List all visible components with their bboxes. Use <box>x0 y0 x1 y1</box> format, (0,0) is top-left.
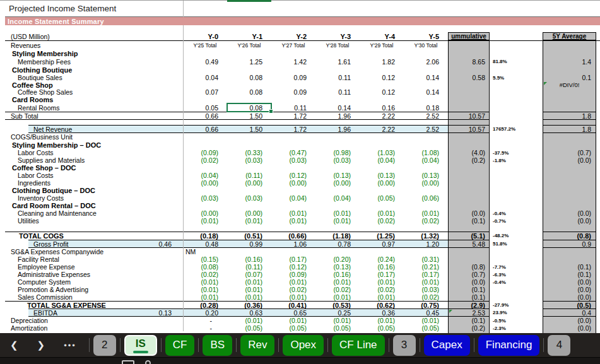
cell-y1[interactable]: (0.36) <box>227 301 271 308</box>
cell-5y-average[interactable]: (0.0) <box>543 156 596 164</box>
cell-y1[interactable] <box>227 49 271 57</box>
cell-pre[interactable] <box>151 41 183 49</box>
cell-y5[interactable]: (0.06) <box>404 194 448 202</box>
row-label[interactable]: Sub Total <box>5 112 151 120</box>
cell-y0[interactable]: (0.03) <box>183 194 227 202</box>
row-label[interactable]: Supplies and Materials <box>5 156 151 164</box>
cell-y4[interactable] <box>360 202 404 209</box>
cell-y5[interactable]: (0.00) <box>404 179 448 187</box>
cell-pre[interactable] <box>151 49 183 57</box>
cell-cumulative[interactable]: (0.0) <box>448 209 490 217</box>
cell-cumulative[interactable] <box>448 66 490 74</box>
row-label[interactable]: Styling Membership – DOC <box>5 141 151 149</box>
cell-y3[interactable]: 0.25 <box>315 308 360 317</box>
cell-y5[interactable] <box>404 187 448 194</box>
cell-y0[interactable]: 0.49 <box>183 57 227 66</box>
sheet-title[interactable]: Projected Income Statement <box>5 0 600 17</box>
row-label[interactable]: Ingredients <box>5 179 151 187</box>
cell-y1[interactable] <box>227 164 271 172</box>
cell-y1[interactable]: 0.08 <box>227 74 271 81</box>
cell-pct[interactable]: 81.8% <box>490 57 543 66</box>
cell-y2[interactable]: (0.12) <box>271 263 315 271</box>
cell-y4[interactable] <box>360 96 404 103</box>
cell-y1[interactable] <box>227 133 271 141</box>
cell-5y-average[interactable] <box>543 225 596 232</box>
cell-y2[interactable] <box>271 133 315 141</box>
cell-cumulative[interactable] <box>448 194 490 202</box>
cell-y2[interactable] <box>271 49 315 57</box>
cell-cumulative[interactable]: (0.1) <box>448 317 490 324</box>
cell-y2[interactable]: (0.01) <box>271 317 315 324</box>
cell-5y-average[interactable]: (0.0) <box>543 293 596 301</box>
cell-5y-average[interactable]: 0.4 <box>543 308 596 317</box>
row-label[interactable]: Amortization <box>5 324 151 332</box>
column-subheader-y5[interactable]: Y'30 Total <box>404 41 448 49</box>
row-label[interactable]: Card Rooms <box>5 96 151 103</box>
header-row[interactable]: (USD Million)Y-0Y-1Y-2Y-3Y-4Y-5ummulativ… <box>5 32 600 41</box>
cell-y0[interactable] <box>183 187 227 194</box>
cell-y3[interactable]: (0.13) <box>315 263 360 271</box>
cell-pct[interactable]: -7.7% <box>490 263 543 271</box>
cell-y1[interactable]: 1.50 <box>227 125 271 133</box>
cell-5y-average[interactable]: 0.1 <box>543 74 596 81</box>
cell-y3[interactable]: (0.01) <box>315 217 360 225</box>
cell-y2[interactable]: (0.09) <box>271 271 315 278</box>
cell-5y-average[interactable]: (0.0) <box>543 317 596 324</box>
cell-y4[interactable]: (0.17) <box>360 271 404 278</box>
cell-y5[interactable]: (0.01) <box>404 209 448 217</box>
cell-y2[interactable]: 0.65 <box>271 308 315 317</box>
cell-y5[interactable] <box>404 133 448 141</box>
cell-5y-average[interactable]: (0.5) <box>543 301 596 308</box>
column-header-cumulative[interactable]: ummulative <box>448 32 490 40</box>
cell-y5[interactable]: (0.02) <box>404 293 448 301</box>
cell-y3[interactable] <box>315 141 360 149</box>
cell-y2[interactable]: (0.01) <box>271 217 315 225</box>
row-label[interactable]: Gross Profit <box>28 240 151 248</box>
cell-y4[interactable] <box>360 225 404 232</box>
cell-5y-average[interactable] <box>543 141 596 149</box>
cell-y2[interactable]: (0.03) <box>271 156 315 164</box>
cell-y5[interactable]: 0.18 <box>404 103 448 112</box>
cell-cumulative[interactable] <box>448 81 490 88</box>
cell-pct[interactable] <box>490 293 543 301</box>
cell-y5[interactable]: (0.13) <box>404 172 448 179</box>
cell-y3[interactable]: (0.01) <box>315 209 360 217</box>
cell-y5[interactable]: 2.06 <box>404 57 448 66</box>
cell-y3[interactable] <box>315 202 360 209</box>
cell-pct[interactable] <box>490 66 543 74</box>
cell-y3[interactable] <box>315 164 360 172</box>
cell-y2[interactable]: (0.12) <box>271 172 315 179</box>
cell-pct[interactable]: -1.8% <box>490 156 543 164</box>
cell-cumulative[interactable]: 0.58 <box>448 74 490 81</box>
cell-y2[interactable] <box>271 164 315 172</box>
sheet-tab-bs[interactable]: BS <box>203 335 232 356</box>
row-label[interactable]: SG&A Expenses Companywide <box>5 248 151 255</box>
cell-y4[interactable]: (0.01) <box>360 209 404 217</box>
cell-cumulative[interactable]: 10.57 <box>448 112 490 120</box>
cell-y3[interactable] <box>315 120 360 125</box>
cell-cumulative[interactable]: (0.7) <box>448 271 490 278</box>
cell-pre[interactable] <box>151 103 183 112</box>
sheet-tab-cf[interactable]: CF <box>165 335 195 356</box>
column-header-y3[interactable]: Y-3 <box>315 32 360 40</box>
cell-pct[interactable]: -0.4% <box>490 278 543 286</box>
cell-y0[interactable]: (0.00) <box>183 209 227 217</box>
cell-y5[interactable]: 2.52 <box>404 112 448 120</box>
cell-y2[interactable] <box>271 120 315 125</box>
cell-y1[interactable] <box>227 141 271 149</box>
cell-y1[interactable]: 0.99 <box>227 240 271 248</box>
cell-y1[interactable]: (0.33) <box>227 149 271 156</box>
cell-pre[interactable] <box>151 164 183 172</box>
cell-y2[interactable]: 1.72 <box>271 112 315 120</box>
cell-y3[interactable]: (0.03) <box>315 156 360 164</box>
cell-pre[interactable] <box>151 141 183 149</box>
cell-y0[interactable]: - <box>183 317 227 324</box>
cell-pre[interactable] <box>151 263 183 271</box>
cell-5y-average[interactable]: (0.7) <box>543 149 596 156</box>
cell-cumulative[interactable] <box>448 172 490 179</box>
row-label[interactable]: COGS/Business Unit <box>5 133 151 141</box>
cell-y5[interactable]: (1.32) <box>404 232 448 240</box>
cell-5y-average[interactable]: (0.1) <box>543 271 596 278</box>
cell-y3[interactable] <box>315 187 360 194</box>
cell-pre[interactable] <box>151 278 183 286</box>
